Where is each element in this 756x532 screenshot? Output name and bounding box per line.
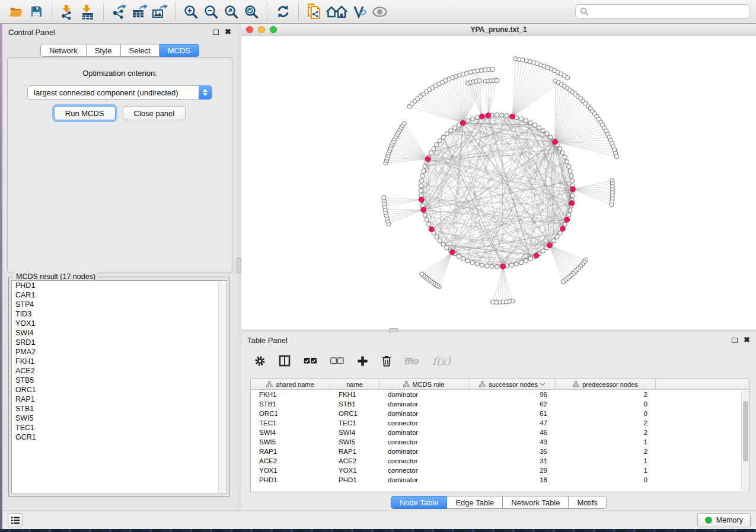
- table-settings-button[interactable]: [254, 355, 266, 367]
- split-panel-button[interactable]: [279, 355, 291, 367]
- vertical-splitter[interactable]: [237, 24, 241, 511]
- table-cell[interactable]: dominator: [379, 409, 468, 418]
- tab-select[interactable]: Select: [121, 44, 160, 57]
- memory-button[interactable]: Memory: [697, 513, 751, 527]
- table-row[interactable]: ACE2ACE2connector311: [251, 456, 749, 466]
- mcds-node-item[interactable]: STB1: [12, 404, 227, 414]
- close-panel-icon[interactable]: ✖: [744, 337, 750, 343]
- zoom-out-button[interactable]: [201, 2, 221, 21]
- table-cell[interactable]: YOX1: [251, 466, 330, 475]
- mcds-node-item[interactable]: STB5: [12, 376, 227, 385]
- table-cell[interactable]: 0: [556, 399, 656, 409]
- table-cell[interactable]: 62: [468, 399, 556, 409]
- mcds-node-item[interactable]: SWI4: [12, 328, 227, 338]
- column-header-MCDS-role[interactable]: MCDS role: [379, 379, 468, 389]
- refresh-button[interactable]: [273, 2, 293, 21]
- table-cell[interactable]: 1: [556, 466, 656, 475]
- mcds-node-item[interactable]: STP4: [12, 300, 227, 309]
- table-row[interactable]: SWI5SWI5connector431: [251, 437, 749, 447]
- table-cell[interactable]: dominator: [379, 428, 468, 437]
- table-cell[interactable]: STB1: [330, 399, 379, 409]
- table-cell[interactable]: 2: [556, 447, 656, 456]
- import-table-button[interactable]: [78, 2, 98, 21]
- table-row[interactable]: SWI4SWI4dominator462: [251, 428, 749, 437]
- table-cell[interactable]: 1: [556, 456, 656, 466]
- table-cell[interactable]: YOX1: [330, 466, 379, 475]
- hide-graphics-details-button[interactable]: [349, 2, 369, 21]
- network-canvas[interactable]: [241, 36, 756, 329]
- table-scrollbar[interactable]: [741, 390, 749, 491]
- table-row[interactable]: FKH1FKH1dominator962: [251, 390, 749, 399]
- table-cell[interactable]: SWI5: [251, 437, 330, 447]
- column-header-name[interactable]: name: [330, 379, 379, 389]
- table-cell[interactable]: SWI4: [330, 428, 379, 437]
- search-field[interactable]: [575, 4, 750, 19]
- mcds-result-list[interactable]: PHD1CAR1STP4TID3YOX1SWI4SRD1PMA2FKH1ACE2…: [11, 280, 227, 494]
- table-cell[interactable]: 29: [468, 466, 556, 475]
- float-panel-icon[interactable]: [213, 30, 219, 35]
- tab-mcds[interactable]: MCDS: [160, 44, 199, 57]
- table-cell[interactable]: 35: [468, 447, 556, 456]
- optimization-criterion-select[interactable]: largest connected component (undirected): [27, 85, 212, 100]
- table-row[interactable]: ORC1ORC1dominator610: [251, 409, 749, 418]
- table-cell[interactable]: 1: [556, 437, 656, 447]
- table-cell[interactable]: 2: [556, 428, 656, 437]
- column-header-successor-nodes[interactable]: successor nodes: [468, 379, 556, 389]
- table-row[interactable]: PHD1PHD1dominator180: [251, 475, 749, 485]
- close-panel-button[interactable]: Close panel: [123, 106, 186, 120]
- table-scrollbar-thumb[interactable]: [743, 401, 748, 462]
- task-history-button[interactable]: [8, 513, 23, 527]
- deselect-all-columns-button[interactable]: [330, 357, 344, 364]
- table-cell[interactable]: dominator: [379, 399, 468, 409]
- table-cell[interactable]: 46: [468, 428, 556, 437]
- export-image-button[interactable]: [149, 2, 170, 21]
- tab-style[interactable]: Style: [87, 44, 121, 57]
- table-tab-node-table[interactable]: Node Table: [391, 496, 448, 509]
- table-cell[interactable]: 61: [468, 409, 556, 418]
- table-row[interactable]: RAP1RAP1dominator352: [251, 447, 749, 456]
- select-all-columns-button[interactable]: [304, 357, 317, 364]
- export-table-button[interactable]: [129, 2, 149, 21]
- table-cell[interactable]: SWI4: [251, 428, 330, 437]
- import-network-button[interactable]: [58, 2, 78, 21]
- mcds-node-item[interactable]: ACE2: [12, 366, 227, 376]
- table-row[interactable]: TEC1TEC1connector472: [251, 418, 749, 428]
- table-row[interactable]: STB1STB1dominator620: [251, 399, 749, 409]
- mcds-node-item[interactable]: RAP1: [12, 395, 227, 404]
- table-cell[interactable]: dominator: [379, 475, 468, 485]
- table-cell[interactable]: ACE2: [251, 456, 330, 466]
- mcds-node-item[interactable]: FKH1: [12, 357, 227, 366]
- add-column-button[interactable]: [357, 355, 368, 367]
- table-cell[interactable]: connector: [379, 418, 468, 428]
- table-cell[interactable]: 2: [556, 418, 656, 428]
- show-annotations-button[interactable]: [369, 2, 390, 21]
- table-cell[interactable]: 2: [556, 390, 656, 399]
- network-home-button[interactable]: [324, 2, 349, 21]
- mcds-node-item[interactable]: PHD1: [12, 281, 227, 290]
- mcds-node-item[interactable]: CAR1: [12, 290, 227, 300]
- mcds-node-item[interactable]: ORC1: [12, 385, 227, 395]
- table-cell[interactable]: 47: [468, 418, 556, 428]
- table-cell[interactable]: dominator: [379, 390, 468, 399]
- table-cell[interactable]: FKH1: [330, 390, 379, 399]
- search-input[interactable]: [589, 8, 745, 16]
- mcds-node-item[interactable]: TEC1: [12, 423, 227, 432]
- run-mcds-button[interactable]: Run MCDS: [54, 106, 116, 120]
- table-cell[interactable]: FKH1: [251, 390, 330, 399]
- sort-chevron-icon[interactable]: [540, 381, 545, 386]
- table-cell[interactable]: connector: [379, 456, 468, 466]
- table-cell[interactable]: STB1: [251, 399, 330, 409]
- table-cell[interactable]: connector: [379, 437, 468, 447]
- table-cell[interactable]: connector: [379, 466, 468, 475]
- table-tab-motifs[interactable]: Motifs: [569, 496, 607, 509]
- table-row[interactable]: YOX1YOX1connector291: [251, 466, 749, 475]
- export-network-document-button[interactable]: [304, 2, 324, 21]
- mcds-node-item[interactable]: GCR1: [12, 432, 227, 442]
- save-button[interactable]: [26, 2, 46, 21]
- table-cell[interactable]: SWI5: [330, 437, 379, 447]
- table-cell[interactable]: 0: [556, 475, 656, 485]
- table-cell[interactable]: RAP1: [330, 447, 379, 456]
- table-cell[interactable]: RAP1: [251, 447, 330, 456]
- table-cell[interactable]: TEC1: [330, 418, 379, 428]
- table-cell[interactable]: PHD1: [330, 475, 379, 485]
